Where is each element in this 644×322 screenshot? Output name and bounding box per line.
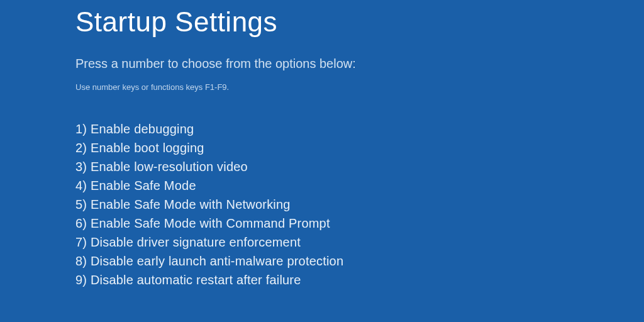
option-enable-debugging[interactable]: 1) Enable debugging [75,122,644,136]
option-enable-low-resolution-video[interactable]: 3) Enable low-resolution video [75,160,644,174]
option-enable-safe-mode-command-prompt[interactable]: 6) Enable Safe Mode with Command Prompt [75,216,644,231]
option-disable-driver-signature[interactable]: 7) Disable driver signature enforcement [75,235,644,250]
option-disable-anti-malware[interactable]: 8) Disable early launch anti-malware pro… [75,254,644,269]
options-list: 1) Enable debugging 2) Enable boot loggi… [75,122,644,287]
page-title: Startup Settings [75,6,644,38]
instruction-text: Press a number to choose from the option… [75,57,644,71]
option-disable-auto-restart[interactable]: 9) Disable automatic restart after failu… [75,273,644,287]
hint-text: Use number keys or functions keys F1-F9. [75,82,644,92]
option-enable-safe-mode-networking[interactable]: 5) Enable Safe Mode with Networking [75,197,644,212]
option-enable-boot-logging[interactable]: 2) Enable boot logging [75,141,644,155]
option-enable-safe-mode[interactable]: 4) Enable Safe Mode [75,179,644,193]
